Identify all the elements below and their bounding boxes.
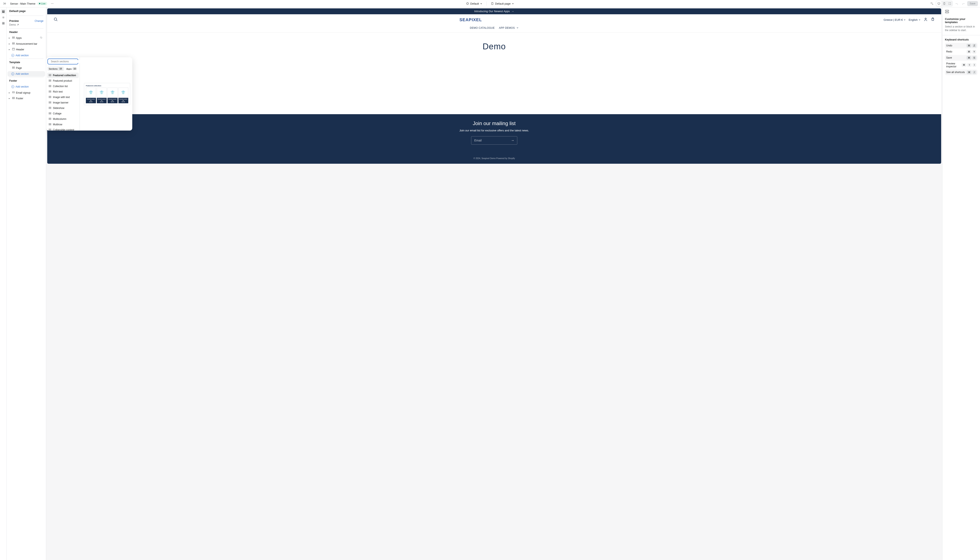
- footer-group-title: Footer: [7, 77, 46, 83]
- locale-selector[interactable]: Greece | EUR €: [883, 18, 906, 22]
- tab-apps[interactable]: Apps 10: [65, 67, 78, 71]
- language-selector[interactable]: English: [908, 18, 921, 22]
- hidden-icon[interactable]: [40, 36, 43, 40]
- footer-subtitle: Join our email list for exclusive offers…: [47, 129, 941, 132]
- shortcut-label: Redo: [946, 50, 952, 53]
- svg-rect-26: [12, 68, 15, 68]
- undo-button[interactable]: [954, 1, 960, 7]
- preview-product: 👕 Example product title$19.99: [118, 88, 128, 103]
- svg-point-14: [3, 17, 3, 18]
- tree-item-apps[interactable]: ▸ Apps: [8, 35, 45, 41]
- section-picker-popover: Sections 18 Apps 10 Featured collectionF…: [46, 57, 132, 130]
- store-canvas: Introducing Our Newest Apps → SEAPIXEL G…: [47, 8, 941, 164]
- tree-item-announcement[interactable]: ▸ Announcement bar: [8, 41, 45, 47]
- svg-rect-60: [945, 12, 949, 13]
- tree-item-footer[interactable]: ▸ Footer: [8, 95, 45, 101]
- add-section-footer[interactable]: + Add section: [8, 84, 45, 89]
- svg-rect-13: [2, 12, 4, 13]
- tab-sections[interactable]: Sections 18: [47, 67, 64, 71]
- svg-rect-36: [49, 81, 51, 82]
- email-field[interactable]: [474, 139, 511, 142]
- svg-rect-12: [2, 11, 4, 12]
- desktop-button[interactable]: [936, 1, 942, 6]
- tree-item-email-signup[interactable]: ▸ Email signup: [8, 90, 45, 95]
- svg-rect-59: [945, 10, 949, 11]
- picker-item[interactable]: Rich text: [47, 89, 79, 95]
- svg-rect-50: [49, 119, 51, 120]
- section-icon: [49, 74, 51, 77]
- redo-button[interactable]: [960, 1, 967, 7]
- template-group-title: Template: [7, 59, 46, 65]
- style-dropdown[interactable]: Default: [464, 1, 484, 6]
- store-header: SEAPIXEL Greece | EUR € English: [47, 14, 941, 25]
- section-icon: [49, 101, 51, 104]
- search-icon[interactable]: [53, 17, 58, 22]
- fullscreen-button[interactable]: [947, 1, 952, 6]
- tree-item-header[interactable]: ▸ Header: [8, 47, 45, 52]
- svg-rect-18: [3, 23, 4, 24]
- picker-item[interactable]: Multirow: [47, 122, 79, 127]
- add-section-header[interactable]: + Add section: [8, 53, 45, 58]
- picker-item[interactable]: Collage: [47, 111, 79, 116]
- key: /: [972, 70, 976, 74]
- svg-rect-51: [49, 123, 51, 124]
- section-search[interactable]: [47, 58, 78, 65]
- page-dropdown[interactable]: Default page: [489, 1, 516, 6]
- picker-item[interactable]: Image with text: [47, 95, 79, 100]
- tree-item-page[interactable]: Page: [8, 65, 45, 71]
- chevron-right-icon: ▸: [9, 43, 11, 45]
- left-sidebar: Default page Preview Change Demo Header …: [7, 7, 46, 560]
- svg-point-2: [53, 3, 53, 4]
- chevron-right-icon: ▸: [9, 48, 11, 51]
- email-signup-input[interactable]: →: [471, 136, 517, 145]
- shortcut-row: Preview inspector⌘⇧I: [945, 61, 977, 69]
- picker-item[interactable]: Multicolumn: [47, 116, 79, 122]
- page-heading: Demo: [47, 33, 941, 114]
- submit-arrow-icon[interactable]: →: [511, 138, 514, 142]
- apps-rail-button[interactable]: [1, 21, 6, 26]
- picker-item[interactable]: Featured collection: [47, 73, 79, 78]
- mobile-button[interactable]: [942, 1, 947, 6]
- template-icon: [945, 11, 949, 14]
- section-icon: [12, 66, 15, 70]
- change-link[interactable]: Change: [35, 20, 43, 22]
- preview-product: 👕 Example product title$19.99: [97, 88, 107, 103]
- section-list[interactable]: Featured collectionFeatured productColle…: [46, 72, 80, 130]
- store-nav: DEMO CATALOGUE APP DEMOS: [47, 25, 941, 33]
- picker-item[interactable]: Collection list: [47, 83, 79, 89]
- cart-icon[interactable]: [931, 17, 935, 22]
- picker-item[interactable]: Image banner: [47, 100, 79, 105]
- shortcut-row: Save⌘S: [945, 55, 977, 61]
- svg-rect-43: [49, 102, 51, 102]
- picker-item[interactable]: Slideshow: [47, 105, 79, 111]
- preview-product: 👕 Example product title$19.99: [107, 88, 118, 103]
- live-badge: Live: [37, 2, 47, 5]
- more-button[interactable]: [49, 1, 55, 7]
- nav-catalogue[interactable]: DEMO CATALOGUE: [470, 27, 495, 29]
- nav-app-demos[interactable]: APP DEMOS: [499, 27, 518, 29]
- announcement-bar[interactable]: Introducing Our Newest Apps →: [47, 8, 941, 14]
- account-icon[interactable]: [923, 17, 928, 22]
- svg-rect-39: [49, 91, 51, 91]
- header-group-title: Header: [7, 28, 46, 35]
- key: Y: [972, 50, 976, 53]
- chevron-right-icon: ▸: [9, 97, 11, 100]
- svg-rect-53: [49, 129, 51, 130]
- plus-icon: +: [11, 72, 14, 75]
- demo-preview-link[interactable]: Demo: [9, 23, 43, 26]
- save-button[interactable]: Save: [967, 1, 978, 6]
- add-section-template[interactable]: + Add section: [8, 71, 45, 77]
- settings-rail-button[interactable]: [1, 15, 6, 20]
- sections-rail-button[interactable]: [1, 9, 6, 14]
- picker-item[interactable]: Featured product: [47, 78, 79, 83]
- exit-button[interactable]: [2, 1, 8, 7]
- svg-rect-52: [49, 125, 51, 125]
- search-input[interactable]: [51, 60, 82, 63]
- svg-rect-15: [2, 22, 3, 23]
- store-logo[interactable]: SEAPIXEL: [459, 17, 482, 22]
- section-icon: [12, 42, 15, 45]
- picker-item[interactable]: Collapsible content: [47, 127, 79, 130]
- svg-rect-8: [931, 3, 932, 4]
- inspector-button[interactable]: [929, 1, 935, 7]
- theme-name: Sense - Main Theme: [10, 2, 35, 5]
